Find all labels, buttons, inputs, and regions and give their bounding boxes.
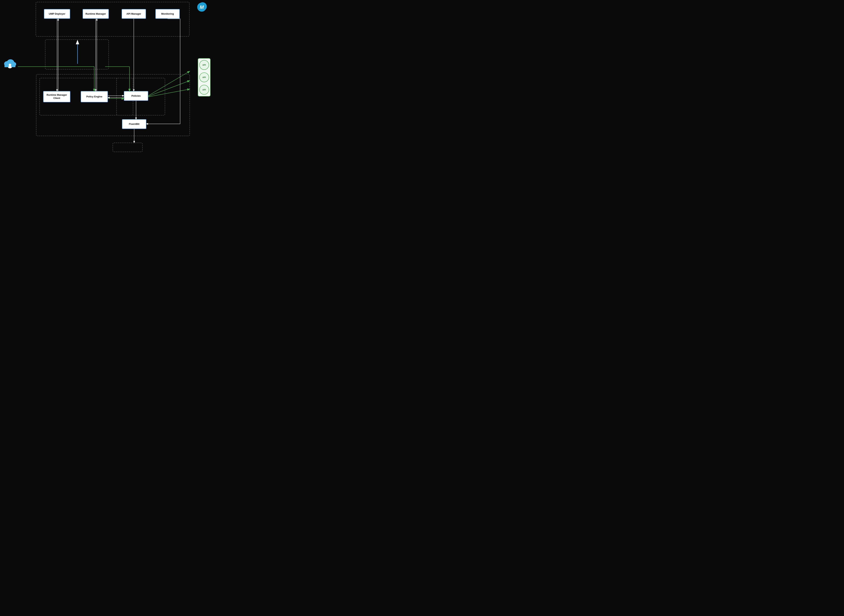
brand-logo: M — [197, 3, 206, 12]
policy-engine-box: Policy Engine — [81, 91, 108, 102]
top-management-region — [36, 2, 189, 37]
cloud-icon — [3, 58, 16, 69]
api-manager-box: API Manager — [122, 9, 146, 19]
policies-box: Policies — [124, 91, 148, 101]
runtime-manager-box: Runtime Manager — [82, 9, 109, 19]
api-box-2: API — [199, 72, 209, 82]
api-box-1: API — [199, 60, 209, 70]
runtime-manager-client-box: Runtime Manager Client — [43, 91, 70, 102]
agent-region-top — [45, 40, 109, 69]
fluentbit-box: FluentBit — [122, 119, 147, 129]
architecture-diagram: M UMP Deployer Runtime Manager API Manag… — [0, 0, 211, 154]
api-container: API API API — [198, 58, 211, 97]
ump-deployer-box: UMP Deployer — [44, 9, 70, 19]
api-box-3: API — [199, 85, 209, 95]
cloud-user-icon — [3, 58, 16, 69]
svg-point-5 — [8, 66, 12, 68]
monitoring-box: Monitoring — [155, 9, 180, 19]
svg-point-4 — [9, 64, 11, 66]
bottom-region — [113, 143, 143, 152]
